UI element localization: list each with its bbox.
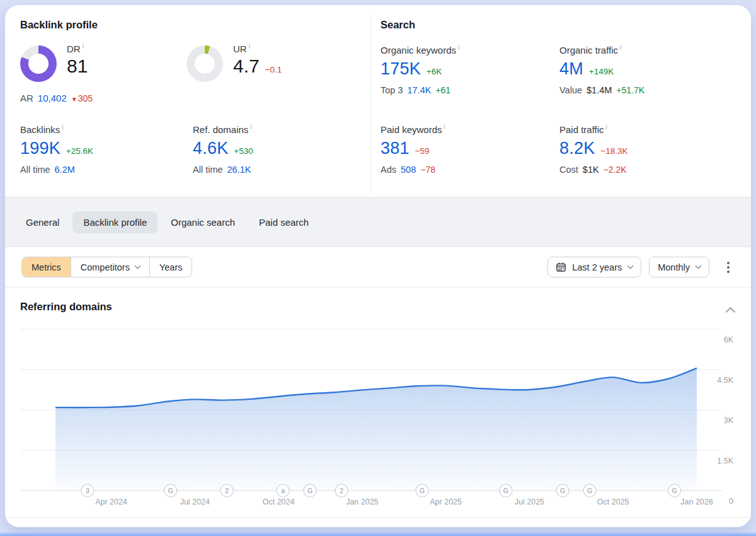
toolbar-right-group: Last 2 years Monthly [547, 257, 735, 277]
svg-text:4.5K: 4.5K [717, 376, 733, 385]
svg-text:G: G [587, 487, 592, 494]
svg-text:G: G [168, 487, 173, 494]
section-divider [370, 14, 371, 193]
svg-text:G: G [503, 487, 508, 494]
cost-amount: $1K [583, 165, 599, 175]
years-button[interactable]: Years [149, 257, 192, 277]
svg-text:Jul 2024: Jul 2024 [180, 498, 210, 506]
top3-delta: +61 [435, 85, 450, 95]
organic-keywords-value[interactable]: 175K [381, 59, 421, 79]
ar-row: AR 10,402 ▼305 [20, 93, 93, 103]
tab-paid-search[interactable]: Paid search [248, 211, 319, 233]
organic-traffic-label: Organic traffic [559, 45, 618, 55]
ar-value-link[interactable]: 10,402 [38, 93, 67, 103]
svg-text:Apr 2025: Apr 2025 [430, 498, 462, 506]
referring-domains-area-chart[interactable]: 6K4.5K3K1.5K03G2aG2GGGGGApr 2024Jul 2024… [19, 323, 737, 513]
info-icon[interactable]: i [606, 124, 607, 131]
calendar-icon [556, 262, 566, 272]
svg-text:Apr 2024: Apr 2024 [95, 498, 127, 506]
ur-delta: −0.1 [265, 65, 282, 74]
ar-label: AR [20, 93, 33, 103]
info-icon[interactable]: i [458, 44, 459, 51]
svg-text:Oct 2025: Oct 2025 [597, 498, 629, 506]
section-title-search: Search [381, 19, 415, 31]
granularity-dropdown[interactable]: Monthly [649, 257, 709, 277]
more-options-button[interactable] [722, 258, 735, 277]
backlinks-metric: Backlinksi 199K +25.6K All time 6.2M [20, 124, 93, 175]
ur-value: 4.7 [233, 55, 260, 77]
top3-label: Top 3 [381, 85, 403, 95]
svg-text:Jan 2026: Jan 2026 [680, 498, 713, 506]
ref-domains-label: Ref. domains [193, 124, 248, 135]
ur-donut-chart [186, 45, 223, 82]
competitors-dropdown[interactable]: Competitors [71, 257, 149, 277]
chart-title: Referring domains [20, 301, 112, 313]
ref-domains-metric: Ref. domainsi 4.6K +530 All time 26.1K [193, 124, 253, 175]
dr-donut-chart [20, 45, 57, 82]
ads-value-link[interactable]: 508 [401, 165, 416, 175]
info-icon[interactable]: i [249, 43, 250, 50]
svg-text:6K: 6K [724, 335, 734, 344]
info-icon[interactable]: i [83, 43, 84, 50]
ref-domains-value[interactable]: 4.6K [193, 139, 228, 158]
tab-general[interactable]: General [15, 211, 70, 233]
svg-text:G: G [307, 487, 312, 494]
dr-label: DR [67, 44, 81, 54]
value-delta: +51.7K [616, 85, 644, 95]
svg-text:G: G [672, 487, 677, 494]
metrics-button[interactable]: Metrics [22, 257, 71, 277]
svg-text:Jul 2025: Jul 2025 [515, 498, 544, 506]
svg-text:Jan 2025: Jan 2025 [346, 498, 378, 506]
organic-traffic-delta: +149K [589, 67, 614, 76]
view-segmented-control: Metrics Competitors Years [21, 257, 192, 277]
chart-toolbar: Metrics Competitors Years Last 2 years [5, 247, 751, 287]
chevron-up-icon[interactable] [727, 306, 735, 314]
paid-keywords-metric: Paid keywordsi 381 −59 Ads 508 −78 [381, 124, 445, 175]
info-icon[interactable]: i [444, 124, 445, 131]
page-background: Backlink profile DRi 81 AR 10,402 ▼305 U… [0, 0, 756, 536]
svg-text:G: G [420, 487, 425, 494]
info-icon[interactable]: i [620, 44, 621, 51]
top3-value-link[interactable]: 17.4K [407, 85, 431, 95]
alltime-value-link[interactable]: 6.2M [55, 165, 75, 175]
alltime-value-link[interactable]: 26.1K [227, 165, 251, 175]
ads-delta: −78 [420, 165, 435, 175]
tab-backlink-profile[interactable]: Backlink profile [72, 211, 158, 233]
organic-keywords-label: Organic keywords [381, 45, 456, 55]
info-icon[interactable]: i [250, 124, 251, 131]
paid-keywords-value[interactable]: 381 [381, 139, 410, 158]
info-icon[interactable]: i [62, 124, 63, 131]
paid-traffic-value[interactable]: 8.2K [559, 139, 595, 158]
paid-keywords-delta: −59 [415, 146, 430, 156]
backlinks-value[interactable]: 199K [20, 139, 60, 158]
svg-text:a: a [281, 487, 285, 494]
ar-delta: ▼305 [71, 93, 93, 103]
svg-text:G: G [560, 487, 565, 494]
ads-label: Ads [381, 165, 396, 175]
backlinks-label: Backlinks [20, 124, 60, 135]
organic-keywords-delta: +6K [427, 67, 442, 76]
section-title-backlink-profile: Backlink profile [20, 19, 98, 31]
organic-keywords-metric: Organic keywordsi 175K +6K Top 3 17.4K +… [381, 44, 459, 95]
organic-traffic-metric: Organic traffici 4M +149K Value $1.4M +5… [559, 44, 644, 95]
backlinks-delta: +25.6K [66, 146, 93, 156]
svg-text:2: 2 [225, 487, 229, 494]
cost-delta: −2.2K [604, 165, 627, 175]
ur-label: UR [233, 44, 247, 54]
organic-traffic-value[interactable]: 4M [559, 59, 583, 79]
svg-text:1.5K: 1.5K [717, 457, 733, 465]
chevron-down-icon [696, 263, 702, 269]
alltime-label: All time [193, 165, 223, 175]
card-bottom-divider [8, 517, 748, 518]
date-range-dropdown[interactable]: Last 2 years [547, 257, 641, 277]
svg-text:3: 3 [86, 487, 89, 494]
ref-domains-delta: +530 [234, 146, 253, 156]
svg-text:3K: 3K [724, 416, 734, 425]
paid-traffic-metric: Paid traffici 8.2K −18.3K Cost $1K −2.2K [559, 124, 628, 175]
alltime-label: All time [20, 165, 50, 175]
tab-bar: General Backlink profile Organic search … [5, 197, 751, 247]
tab-organic-search[interactable]: Organic search [160, 211, 246, 233]
toolbar-divider [5, 287, 751, 288]
chevron-down-icon [627, 263, 634, 269]
value-label: Value [559, 85, 582, 95]
